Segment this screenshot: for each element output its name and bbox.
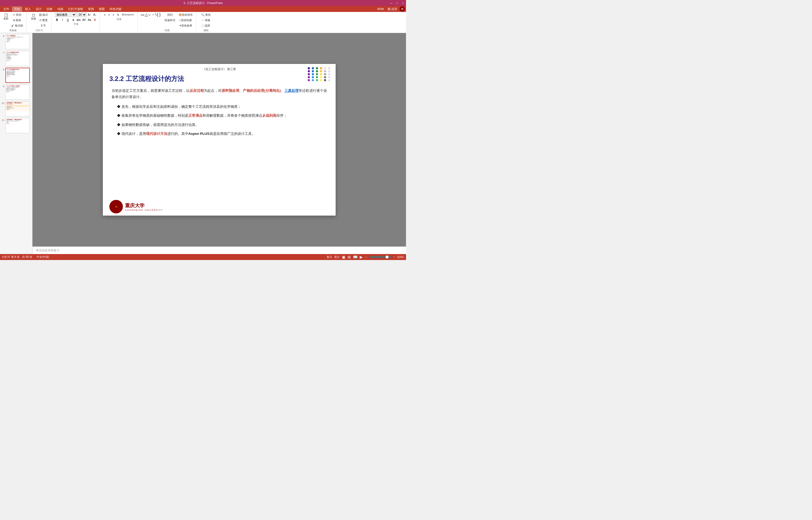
menu-view[interactable]: 视图: [96, 6, 107, 11]
shape-effects-button[interactable]: ✦形状效果: [177, 23, 194, 28]
convert-smartart-button[interactable]: 转SmartArt: [121, 12, 135, 17]
paste-button[interactable]: 📋 粘贴: [2, 12, 10, 28]
kerning-button[interactable]: AV: [82, 18, 87, 22]
slide-num-6: 6: [1, 35, 4, 37]
align-right-button[interactable]: ≡: [112, 12, 115, 17]
slide-num-8: 8: [1, 68, 4, 71]
slide-info: 幻灯片 第 8 张，共 69 张: [2, 255, 32, 259]
highlight-reaction: 反应过程: [190, 88, 204, 93]
find-button[interactable]: 🔍 查找: [200, 12, 212, 17]
shape-fill-button[interactable]: 🎨形状填充: [177, 12, 194, 17]
menu-animations[interactable]: 动画: [55, 6, 65, 11]
zoom-out-button[interactable]: —: [365, 256, 367, 258]
menu-special[interactable]: 特色功能: [108, 6, 124, 11]
minimize-button[interactable]: —: [388, 0, 394, 6]
slide-preview-7: 3.2.1 工艺流程设计的任务 ◆ 确定各个过程单元元素... ◆ 初步确定设备…: [5, 51, 30, 66]
drawing-label: 绘图: [165, 29, 170, 32]
slide-thumb-11[interactable]: 11 反应流程设计 - 甲醇合成反应(2) 甲醇合成：反应 结合 动力学方程..…: [1, 118, 31, 133]
menu-design[interactable]: 设计: [33, 6, 44, 11]
cqu-chinese-name: 重庆大学: [125, 202, 163, 209]
font-grow-button[interactable]: A↑: [87, 13, 92, 17]
slide-canvas-wrapper[interactable]: 《化工过程设计》 第三章 3.2.2 工艺流程设计的方法 当初步选定工艺方案后，…: [32, 33, 406, 246]
ribbon-group-clipboard: 📋 粘贴 ✂ 剪切 ⧉ 复制 🖌 格式刷 剪贴板: [1, 12, 27, 32]
comments-button[interactable]: 批注: [334, 255, 340, 259]
copy-button[interactable]: ⧉ 复制: [10, 18, 24, 23]
notes-placeholder[interactable]: 单击此处添加备注: [36, 249, 60, 253]
dot-2: [316, 67, 318, 69]
edit-buttons: 🔍 查找 ↔ 替换 ⬚ 选择: [200, 12, 212, 28]
dot-1: [312, 67, 314, 69]
case-button[interactable]: Aa: [87, 18, 92, 22]
dot-9: [320, 70, 322, 72]
dot-7: [312, 70, 314, 72]
dot-26: [316, 79, 318, 81]
slide-thumb-9[interactable]: 9 3.2.2.1 工艺流程 - 反应过程 反应过程设计，需要考虑下列问题: ◆…: [1, 84, 31, 100]
format-painter-button[interactable]: 🖌 格式刷: [10, 23, 24, 28]
dot-grid-decoration: [308, 67, 331, 81]
view-slideshow-button[interactable]: ▶: [360, 255, 363, 259]
slide-panel[interactable]: 6 3.2.1 工艺流程设计 工艺流程一般包括原料处理，反应过程，产物... •…: [0, 33, 32, 254]
status-right: 备注 批注 ▣ ⊞ 📖 ▶ — + 103%: [327, 255, 404, 259]
slide-thumb-8[interactable]: 8 3.2.2 工艺流程设计的方法 当初步选定工艺方案后... ◆ 首先，根据化…: [1, 68, 31, 83]
line-icon: \: [156, 12, 157, 28]
section-button[interactable]: § 节: [38, 23, 49, 28]
italic-button[interactable]: I: [60, 18, 65, 22]
view-reading-button[interactable]: 📖: [353, 255, 358, 259]
slide-thumb-7[interactable]: 7 3.2.1 工艺流程设计的任务 ◆ 确定各个过程单元元素... ◆ 初步确定…: [1, 51, 31, 66]
menu-review[interactable]: 审阅: [86, 6, 96, 11]
user-name: 魏 顔安: [388, 7, 397, 11]
slide-bullet-2: ◆ 收集所有化学物质的基础物性数据，特别是正常沸点和溶解度数据，并将各个物质按照…: [117, 112, 327, 119]
select-button[interactable]: ⬚ 选择: [200, 23, 212, 28]
notes-button[interactable]: 备注: [327, 255, 332, 259]
slide-canvas: 《化工过程设计》 第三章 3.2.2 工艺流程设计的方法 当初步选定工艺方案后，…: [103, 64, 336, 215]
bold-button[interactable]: B: [55, 18, 60, 22]
new-slide-button[interactable]: 🗋 新建: [30, 12, 37, 28]
menu-insert[interactable]: 插入: [23, 6, 33, 11]
underline-button[interactable]: U: [65, 18, 71, 22]
slide-preview-11: 反应流程设计 - 甲醇合成反应(2) 甲醇合成：反应 结合 动力学方程... d…: [5, 118, 30, 133]
close-button[interactable]: ×: [400, 0, 406, 6]
shape-outline-button[interactable]: □形状轮廓: [177, 18, 194, 23]
replace-button[interactable]: ↔ 替换: [200, 18, 212, 23]
maximize-button[interactable]: □: [394, 0, 400, 6]
font-format-row: B I U S̶ abc AV Aa A: [55, 18, 97, 22]
font-shrink-button[interactable]: A↓: [92, 13, 97, 17]
new-slide-label: 新建: [31, 17, 36, 21]
strikethrough-button[interactable]: S̶: [71, 18, 76, 22]
font-name-select[interactable]: 微软雅黑 宋体 黑体: [55, 12, 76, 17]
zoom-in-button[interactable]: +: [393, 256, 395, 258]
slide-preview-content-10: 反应流程设计 - 甲醇合成反应(1) 甲醇合成反应方程... CO+2H₂ → …: [6, 102, 29, 111]
font-color-button[interactable]: A: [92, 18, 97, 22]
slide-thumb-6[interactable]: 6 3.2.1 工艺流程设计 工艺流程一般包括原料处理，反应过程，产物... •…: [1, 34, 31, 49]
dot-27: [320, 79, 322, 81]
shadow-button[interactable]: abc: [76, 18, 81, 22]
reset-button[interactable]: ↺ 重置: [38, 18, 49, 23]
cut-button[interactable]: ✂ 剪切: [10, 12, 24, 17]
quick-styles-button[interactable]: 快速样式: [164, 18, 176, 23]
dot-18: [308, 76, 310, 78]
slide-num-7: 7: [1, 51, 4, 54]
dot-19: [312, 76, 314, 78]
slide-preview-content-11: 反应流程设计 - 甲醇合成反应(2) 甲醇合成：反应 结合 动力学方程... d…: [6, 119, 29, 125]
layout-button[interactable]: ▦ 版式: [38, 12, 49, 17]
notes-area[interactable]: 单击此处添加备注: [32, 246, 406, 254]
dot-4: [324, 67, 326, 69]
text-direction-button[interactable]: ⇅: [116, 12, 120, 17]
user-avatar: 魏: [399, 6, 405, 11]
align-left-button[interactable]: ≡: [103, 12, 107, 17]
dot-10: [324, 70, 326, 72]
cqu-english-name: CHONGQING UNIVERSITY: [125, 209, 163, 211]
menu-home[interactable]: 开始: [12, 6, 22, 11]
view-sorter-button[interactable]: ⊞: [347, 255, 351, 259]
font-size-select[interactable]: 24 18 28 32: [77, 12, 87, 17]
arrange-button[interactable]: 排列: [164, 12, 176, 17]
zoom-thumb[interactable]: [386, 255, 389, 259]
align-center-button[interactable]: ≡: [107, 12, 111, 17]
slide-thumb-10[interactable]: 10 反应流程设计 - 甲醇合成反应(1) 甲醇合成反应方程... CO+2H₂…: [1, 101, 31, 116]
menu-slideshow[interactable]: 幻灯片放映: [66, 6, 85, 11]
menu-transitions[interactable]: 切换: [45, 6, 55, 11]
view-normal-button[interactable]: ▣: [342, 255, 345, 259]
zoom-slider[interactable]: [369, 256, 391, 258]
menu-file[interactable]: 文件: [1, 6, 11, 11]
paragraph-label: 段落: [117, 18, 121, 21]
